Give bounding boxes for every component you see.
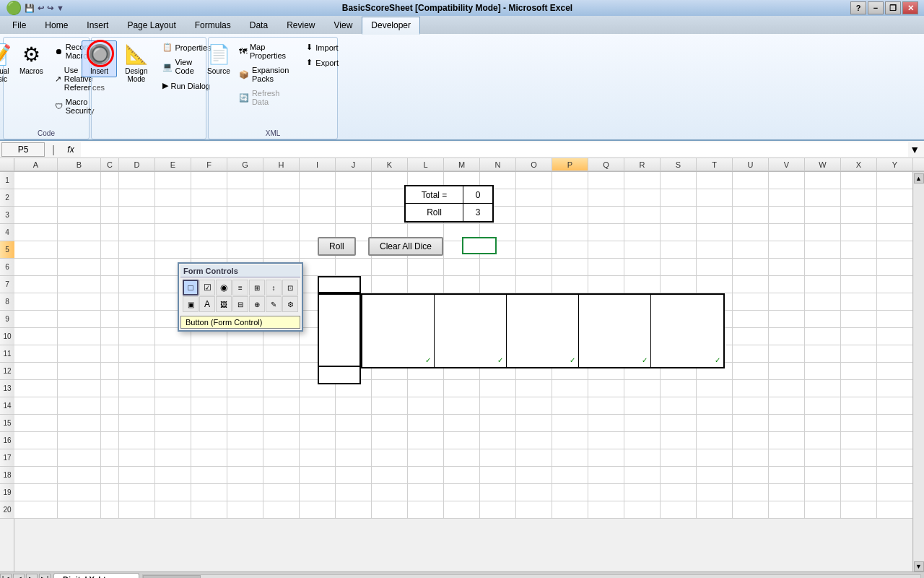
- cell-3-6[interactable]: [227, 207, 263, 224]
- cell-4-16[interactable]: [588, 224, 624, 241]
- cell-4-3[interactable]: [119, 224, 155, 241]
- cell-15-7[interactable]: [263, 415, 300, 432]
- cell-19-20[interactable]: [733, 484, 769, 501]
- cell-19-11[interactable]: [408, 484, 444, 501]
- cell-12-22[interactable]: [805, 363, 841, 380]
- cell-17-4[interactable]: [155, 449, 191, 467]
- cell-19-4[interactable]: [155, 484, 191, 501]
- cell-2-7[interactable]: [263, 189, 300, 207]
- cell-12-0[interactable]: [14, 363, 58, 380]
- cell-14-16[interactable]: [588, 397, 624, 415]
- cell-12-1[interactable]: [58, 363, 101, 380]
- cell-14-6[interactable]: [227, 397, 263, 415]
- cell-17-12[interactable]: [444, 449, 480, 467]
- cell-20-13[interactable]: [480, 501, 516, 519]
- cell-7-14[interactable]: [516, 276, 552, 293]
- help-button[interactable]: ?: [850, 1, 866, 14]
- cell-5-21[interactable]: [769, 241, 805, 259]
- cell-4-14[interactable]: [516, 224, 552, 241]
- cell-1-17[interactable]: [624, 172, 661, 189]
- cell-19-17[interactable]: [624, 484, 661, 501]
- scrollbar-up-arrow[interactable]: ▲: [914, 173, 924, 184]
- cell-17-15[interactable]: [552, 449, 588, 467]
- cell-20-6[interactable]: [227, 501, 263, 519]
- cell-17-9[interactable]: [336, 449, 372, 467]
- selected-cell-p5[interactable]: [462, 237, 497, 254]
- cell-1-21[interactable]: [769, 172, 805, 189]
- cell-20-24[interactable]: [877, 501, 912, 519]
- sheet-last-button[interactable]: ▶|: [39, 574, 51, 579]
- cell-15-3[interactable]: [119, 415, 155, 432]
- cell-9-23[interactable]: [841, 311, 877, 328]
- fc-listbox-control[interactable]: ≡: [232, 280, 248, 296]
- cell-19-12[interactable]: [444, 484, 480, 501]
- cell-2-3[interactable]: [119, 189, 155, 207]
- cell-13-21[interactable]: [769, 380, 805, 397]
- cell-2-15[interactable]: [552, 189, 588, 207]
- cell-14-5[interactable]: [191, 397, 227, 415]
- cell-20-0[interactable]: [14, 501, 58, 519]
- cell-2-0[interactable]: [14, 189, 58, 207]
- cell-9-21[interactable]: [769, 311, 805, 328]
- cell-5-19[interactable]: [697, 241, 733, 259]
- formula-input[interactable]: [81, 142, 908, 157]
- cell-10-22[interactable]: [805, 328, 841, 345]
- roll-button[interactable]: Roll: [318, 237, 356, 256]
- cell-15-20[interactable]: [733, 415, 769, 432]
- cell-20-19[interactable]: [697, 501, 733, 519]
- cell-11-22[interactable]: [805, 345, 841, 363]
- cell-3-16[interactable]: [588, 207, 624, 224]
- cell-18-14[interactable]: [516, 467, 552, 484]
- cell-17-22[interactable]: [805, 449, 841, 467]
- cell-3-18[interactable]: [661, 207, 697, 224]
- cell-15-16[interactable]: [588, 415, 624, 432]
- cell-7-22[interactable]: [805, 276, 841, 293]
- cell-10-20[interactable]: [733, 328, 769, 345]
- cell-16-4[interactable]: [155, 432, 191, 449]
- cell-1-0[interactable]: [14, 172, 58, 189]
- cell-17-8[interactable]: [300, 449, 336, 467]
- cell-14-14[interactable]: [516, 397, 552, 415]
- cell-19-9[interactable]: [336, 484, 372, 501]
- cell-5-0[interactable]: [14, 241, 58, 259]
- cell-14-21[interactable]: [769, 397, 805, 415]
- cell-19-19[interactable]: [697, 484, 733, 501]
- cell-8-22[interactable]: [805, 293, 841, 311]
- cell-19-2[interactable]: [101, 484, 119, 501]
- fc-toggle-control[interactable]: ⊟: [232, 296, 248, 312]
- cell-4-21[interactable]: [769, 224, 805, 241]
- cell-7-17[interactable]: [624, 276, 661, 293]
- tab-data[interactable]: Data: [240, 17, 277, 35]
- cell-15-0[interactable]: [14, 415, 58, 432]
- cell-14-0[interactable]: [14, 397, 58, 415]
- cell-14-10[interactable]: [372, 397, 408, 415]
- cell-14-20[interactable]: [733, 397, 769, 415]
- cell-19-24[interactable]: [877, 484, 912, 501]
- cell-13-18[interactable]: [661, 380, 697, 397]
- cell-12-21[interactable]: [769, 363, 805, 380]
- cell-18-5[interactable]: [191, 467, 227, 484]
- scrollbar-down-arrow[interactable]: ▼: [914, 561, 924, 571]
- cell-14-2[interactable]: [101, 397, 119, 415]
- cell-2-17[interactable]: [624, 189, 661, 207]
- cell-2-22[interactable]: [805, 189, 841, 207]
- cell-14-8[interactable]: [300, 397, 336, 415]
- tab-file[interactable]: File: [3, 17, 35, 35]
- cell-16-3[interactable]: [119, 432, 155, 449]
- cell-5-6[interactable]: [227, 241, 263, 259]
- cell-1-1[interactable]: [58, 172, 101, 189]
- cell-10-21[interactable]: [769, 328, 805, 345]
- cell-15-19[interactable]: [697, 415, 733, 432]
- cell-3-4[interactable]: [155, 207, 191, 224]
- cell-19-5[interactable]: [191, 484, 227, 501]
- cell-7-1[interactable]: [58, 276, 101, 293]
- tab-page-layout[interactable]: Page Layout: [118, 17, 185, 35]
- fc-combobox-control[interactable]: ⊞: [249, 280, 265, 296]
- cell-18-21[interactable]: [769, 467, 805, 484]
- cell-4-18[interactable]: [661, 224, 697, 241]
- cell-2-18[interactable]: [661, 189, 697, 207]
- cell-18-9[interactable]: [336, 467, 372, 484]
- cell-2-6[interactable]: [227, 189, 263, 207]
- cell-3-5[interactable]: [191, 207, 227, 224]
- cell-17-21[interactable]: [769, 449, 805, 467]
